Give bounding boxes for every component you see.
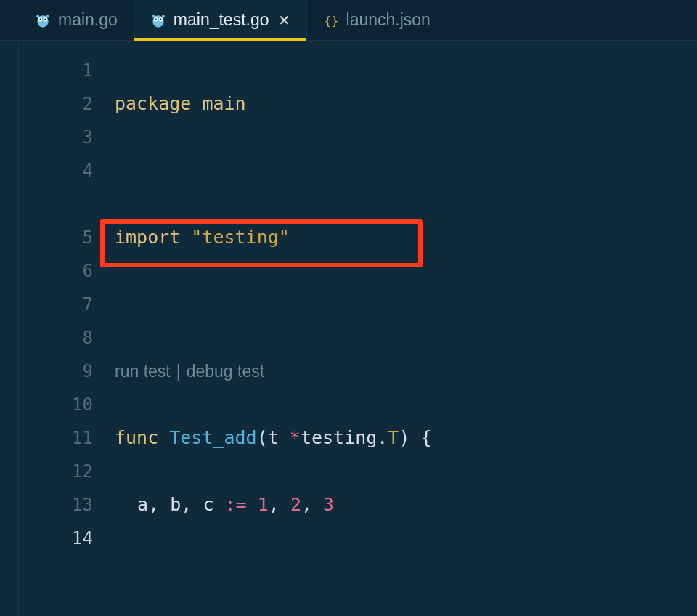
tab-main-go[interactable]: main.go (19, 0, 134, 40)
line-number: 1 (19, 54, 93, 87)
code-line: a, b, c := 1, 2, 3 (115, 488, 697, 522)
code-editor[interactable]: 1 2 3 4 5 6 7 8 9 10 11 12 13 14 package… (0, 41, 697, 616)
line-number: 7 (19, 288, 93, 321)
codelens: run test|debug test (115, 354, 697, 388)
editor-tabbar: main.go main_test.go ✕ launch.json (0, 0, 697, 41)
line-number-blank (19, 187, 93, 221)
line-number: 6 (19, 254, 93, 288)
tab-main-test-go[interactable]: main_test.go ✕ (134, 0, 307, 40)
line-number: 11 (19, 421, 93, 455)
tab-label: launch.json (346, 10, 431, 30)
go-file-icon (150, 12, 166, 28)
code-line: import "testing" (115, 221, 697, 254)
code-line: package main (115, 87, 697, 121)
line-number: 2 (19, 87, 93, 121)
line-number: 8 (19, 321, 93, 354)
tab-label: main.go (58, 10, 118, 30)
tab-label: main_test.go (174, 10, 269, 30)
line-number: 14 (19, 522, 93, 555)
close-icon[interactable]: ✕ (278, 12, 290, 29)
line-number: 3 (19, 121, 93, 154)
tab-launch-json[interactable]: launch.json (307, 0, 447, 40)
code-line (115, 555, 697, 588)
codelens-separator: | (176, 354, 181, 388)
code-line (115, 154, 697, 187)
tabbar-left-gap (0, 0, 19, 40)
line-number: 10 (19, 388, 93, 421)
line-number-gutter: 1 2 3 4 5 6 7 8 9 10 11 12 13 14 (19, 41, 93, 616)
json-file-icon (323, 12, 339, 28)
code-line (115, 288, 697, 321)
line-number: 9 (19, 354, 93, 388)
code-area[interactable]: package main import "testing" run test|d… (93, 41, 697, 616)
line-number: 4 (19, 154, 93, 187)
code-line: func Test_add(t *testing.T) { (115, 421, 697, 455)
line-number: 5 (19, 221, 93, 254)
line-number: 13 (19, 488, 93, 522)
editor-left-edge (0, 41, 19, 616)
line-number: 12 (19, 455, 93, 488)
go-file-icon (35, 12, 51, 28)
codelens-debug-test[interactable]: debug test (187, 354, 264, 388)
codelens-run-test[interactable]: run test (115, 354, 171, 388)
